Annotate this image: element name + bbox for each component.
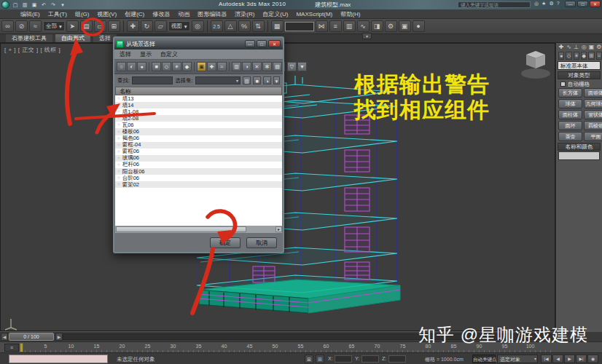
name-color-rollout[interactable]: 名称和颜色: [558, 143, 601, 151]
dialog-menu-item[interactable]: 选择: [120, 50, 131, 58]
primitive-button[interactable]: 长方体: [558, 88, 582, 98]
selection-set-dropdown[interactable]: ▾: [195, 76, 241, 84]
display-lights-icon[interactable]: ☀: [172, 62, 181, 71]
trackbar-menu-icon[interactable]: ≡: [4, 344, 19, 352]
minimize-button[interactable]: —: [565, 1, 576, 7]
display-tab-icon[interactable]: ▣: [588, 44, 594, 50]
menu-item[interactable]: 视图(V): [97, 10, 117, 18]
display-invert-icon[interactable]: ◐: [127, 62, 136, 71]
display-helpers-icon[interactable]: ✚: [207, 62, 216, 71]
spacewarps-category-icon[interactable]: ≈: [596, 52, 602, 60]
display-groups-icon[interactable]: ▣: [197, 62, 206, 71]
display-all-icon[interactable]: ●: [137, 62, 146, 71]
menu-item[interactable]: 图形编辑器: [198, 10, 227, 18]
infocenter-search-input[interactable]: [458, 1, 531, 8]
caret-down-icon[interactable]: ▾: [273, 76, 280, 84]
hierarchy-tab-icon[interactable]: ⊥: [574, 44, 579, 50]
maximize-button[interactable]: □: [577, 1, 588, 7]
angle-snap-icon[interactable]: △: [224, 20, 237, 32]
ribbon-collapse-tab[interactable]: ▾: [362, 33, 372, 39]
tab-freeform[interactable]: 自由形式: [55, 34, 90, 42]
menu-item[interactable]: 修改器: [152, 10, 170, 18]
save-file-icon[interactable]: ▣: [31, 2, 38, 8]
scene-object-row[interactable]: ○ 台阶06: [115, 175, 282, 181]
timeline-slider-handle[interactable]: 0 / 100: [9, 333, 54, 341]
display-geometry-icon[interactable]: ■: [152, 62, 161, 71]
z-coordinate-field[interactable]: [388, 355, 406, 363]
selection-lock-icon[interactable]: ⊠: [305, 355, 313, 363]
edit-named-selection-icon[interactable]: ▦: [271, 20, 284, 32]
primitive-button[interactable]: 球体: [558, 99, 582, 108]
menu-item[interactable]: 创建(C): [125, 10, 144, 18]
menu-item[interactable]: 动画: [178, 10, 189, 18]
select-and-link-icon[interactable]: ∞: [1, 20, 14, 32]
help-icon[interactable]: ?: [557, 1, 560, 7]
create-tab-icon[interactable]: ✚: [558, 44, 564, 50]
material-editor-icon[interactable]: ◨: [371, 20, 383, 32]
object-name-field[interactable]: [558, 151, 600, 160]
select-and-rotate-icon[interactable]: ↻: [141, 20, 153, 32]
filter-selected-icon[interactable]: ▼: [297, 62, 307, 71]
menu-item[interactable]: 组(G): [75, 10, 90, 18]
y-coordinate-field[interactable]: [361, 355, 379, 363]
object-type-rollout[interactable]: 对象类型: [558, 71, 601, 79]
layer-manager-icon[interactable]: ▥: [343, 20, 356, 32]
snap-toggle-icon[interactable]: 2.5: [211, 20, 223, 32]
save-set-icon[interactable]: ▥: [243, 76, 251, 84]
display-materials-icon[interactable]: ◑: [242, 62, 251, 71]
display-hidden-icon[interactable]: ▨: [273, 62, 282, 71]
new-scene-icon[interactable]: ▢: [12, 2, 19, 8]
scene-object-row[interactable]: ○ 墙1-08: [115, 108, 282, 115]
mirror-icon[interactable]: ⋈: [316, 20, 328, 32]
dialog-menu-item[interactable]: 显示: [140, 50, 152, 58]
bind-to-spacewarp-icon[interactable]: ≈: [29, 20, 42, 32]
key-filter-dropdown[interactable]: 选定对象 ▾: [497, 355, 538, 363]
open-file-icon[interactable]: ▥: [21, 2, 28, 8]
auto-key-button[interactable]: 自动关键点: [472, 355, 496, 363]
unlink-selection-icon[interactable]: ⊘: [15, 20, 28, 32]
primitive-button[interactable]: 圆环: [558, 121, 582, 130]
utilities-tab-icon[interactable]: ⚙: [596, 44, 602, 50]
use-pivot-center-icon[interactable]: ◎: [192, 20, 204, 32]
ok-button[interactable]: 确定: [210, 237, 241, 248]
tab-graphite-tools[interactable]: 石墨建模工具: [6, 34, 52, 42]
scene-object-row[interactable]: ○ 窗架02: [115, 181, 282, 188]
communication-center-icon[interactable]: ◎: [534, 1, 539, 7]
close-button[interactable]: ✕: [590, 1, 601, 7]
primitive-type-dropdown[interactable]: 标准基本体: [558, 61, 601, 70]
copy-set-icon[interactable]: ■: [253, 76, 261, 84]
menu-item[interactable]: 自定义(U): [262, 10, 288, 18]
scrollbar-right-arrow[interactable]: ▸: [275, 226, 282, 232]
timeline-prev-arrow[interactable]: ◀: [1, 333, 8, 341]
find-input[interactable]: [132, 76, 173, 84]
cancel-button[interactable]: 取消: [246, 237, 277, 248]
scene-object-row[interactable]: ○ 玻璃06: [115, 155, 282, 162]
autogrid-checkbox[interactable]: [560, 82, 566, 87]
filter-combination-icon[interactable]: ▽: [287, 62, 297, 71]
dialog-menu-item[interactable]: 自定义: [160, 50, 178, 58]
primitive-button[interactable]: 管状体: [584, 110, 602, 119]
viewport-label[interactable]: [ + ] [ 正交 ] [ 线框 ]: [4, 46, 60, 54]
rectangular-selection-icon[interactable]: ▭: [94, 20, 106, 32]
primitive-button[interactable]: 圆锥体: [584, 88, 602, 98]
scene-object-row[interactable]: ○ 楼板06: [115, 128, 282, 135]
undo-icon[interactable]: ↶: [40, 2, 47, 8]
spinner-snap-icon[interactable]: ⇅: [252, 20, 265, 32]
dialog-maximize-button[interactable]: □: [257, 40, 267, 47]
curve-editor-icon[interactable]: ∿: [357, 20, 370, 32]
previous-frame-icon[interactable]: ◀: [552, 355, 563, 363]
display-cameras-icon[interactable]: ◆: [182, 62, 192, 71]
display-bones-icon[interactable]: ✕: [252, 62, 262, 71]
key-mode-icon[interactable]: ◉: [587, 355, 598, 363]
motion-tab-icon[interactable]: ◎: [581, 44, 587, 50]
select-by-name-icon[interactable]: ▤: [80, 20, 93, 32]
menu-item[interactable]: 渲染(R): [235, 10, 254, 18]
modify-tab-icon[interactable]: ∿: [566, 44, 571, 50]
primitive-button[interactable]: 圆柱体: [558, 110, 582, 119]
scene-object-row[interactable]: ○ 墙2-08: [115, 115, 282, 122]
scrollbar-thumb[interactable]: [116, 226, 246, 232]
go-to-end-icon[interactable]: ▶|: [576, 355, 587, 363]
scene-object-row[interactable]: ○ 阳台板06: [115, 168, 282, 175]
paste-set-icon[interactable]: ◑: [263, 76, 271, 84]
scene-object-row[interactable]: ○ 窗框-04: [115, 142, 282, 149]
